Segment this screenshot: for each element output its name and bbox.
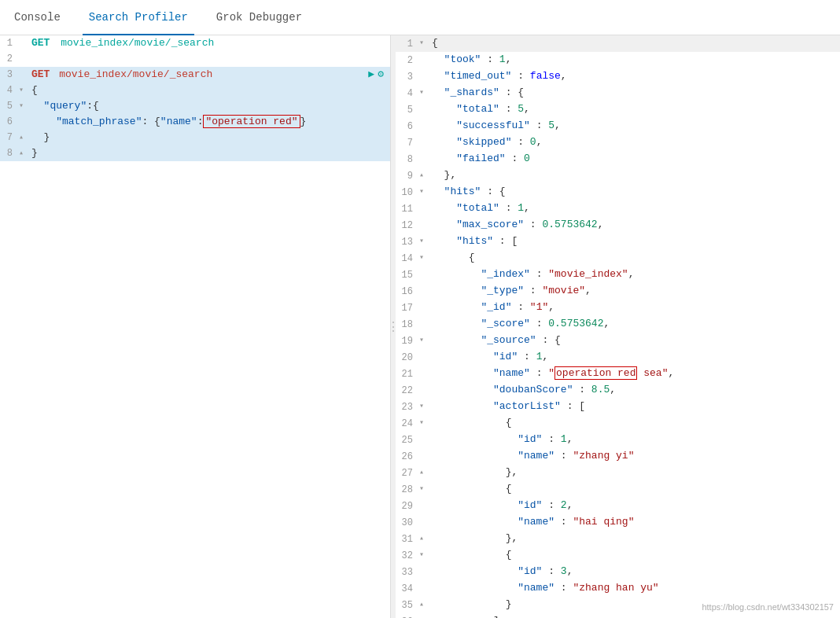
fold-5[interactable]: ▾ [19,98,30,114]
top-nav: Console Search Profiler Grok Debugger [0,0,840,35]
rline-num-24: 24 [396,415,419,432]
rfold-35[interactable]: ▴ [419,597,430,612]
line-content-6: "match_phrase": {"name":"operation red"} [30,114,390,130]
rline-content-9: }, [430,167,840,183]
rfold-27[interactable]: ▴ [419,465,430,480]
right-line-13: 13 ▾ "hits" : [ [396,234,840,250]
rline-num-35: 35 [396,597,419,613]
left-line-3: 3 GET movie_index/movie/_search ▶ ⚙ [0,67,390,83]
rline-num-12: 12 [396,217,419,234]
rfold-19[interactable]: ▾ [419,333,430,348]
rfold-33 [419,564,430,579]
rline-num-25: 25 [396,432,419,448]
right-line-6: 6 "successful" : 5, [396,118,840,134]
run-button[interactable]: ▶ [368,67,374,83]
rfold-1[interactable]: ▾ [419,35,430,51]
rline-num-9: 9 [396,167,419,184]
rline-content-21: "name" : "operation red sea", [430,366,840,381]
rfold-14[interactable]: ▾ [419,250,430,266]
rline-content-12: "max_score" : 0.5753642, [430,217,840,233]
right-code-area: 1 ▾ { 2 "took" : 1, 3 "timed_out" : fals… [396,35,840,618]
rfold-10[interactable]: ▾ [419,184,430,200]
line-num-8: 8 [0,145,19,161]
rfold-30 [419,514,430,530]
nav-search-profiler[interactable]: Search Profiler [83,0,194,35]
rline-num-19: 19 [396,333,419,349]
rline-content-30: "name" : "hai qing" [430,514,840,530]
right-line-10: 10 ▾ "hits" : { [396,184,840,200]
rline-num-33: 33 [396,564,419,580]
rfold-9[interactable]: ▴ [419,167,430,183]
rfold-21 [419,366,430,381]
rfold-24[interactable]: ▾ [419,415,430,431]
rline-num-22: 22 [396,382,419,399]
settings-icon[interactable]: ⚙ [378,67,384,83]
rfold-34 [419,580,430,596]
left-line-7: 7 ▴ } [0,130,390,145]
line-num-1: 1 [0,35,19,51]
rfold-5 [419,101,430,117]
right-line-20: 20 "id" : 1, [396,349,840,366]
right-line-16: 16 "_type" : "movie", [396,283,840,300]
rline-content-14: { [430,250,840,266]
rfold-4[interactable]: ▾ [419,85,430,101]
right-line-18: 18 "_score" : 0.5753642, [396,316,840,333]
rline-num-15: 15 [396,267,419,283]
rline-content-7: "skipped" : 0, [430,134,840,150]
rfold-31[interactable]: ▴ [419,531,430,546]
rline-num-36: 36 [396,613,419,618]
left-line-1: 1 GET movie_index/movie/_search [0,35,390,51]
rfold-15 [419,267,430,282]
right-line-26: 26 "name" : "zhang yi" [396,448,840,465]
rline-num-20: 20 [396,349,419,366]
rline-content-24: { [430,415,840,431]
fold-4[interactable]: ▾ [19,83,30,98]
right-line-8: 8 "failed" : 0 [396,151,840,167]
right-line-30: 30 "name" : "hai qing" [396,514,840,531]
rline-num-28: 28 [396,481,419,498]
rfold-12 [419,217,430,233]
rline-num-18: 18 [396,316,419,333]
rline-num-5: 5 [396,101,419,118]
right-line-25: 25 "id" : 1, [396,432,840,448]
rfold-36[interactable]: ▴ [419,613,430,618]
line-content-5: "query":{ [30,98,390,114]
rfold-8 [419,151,430,167]
fold-8[interactable]: ▴ [19,145,30,161]
right-line-33: 33 "id" : 3, [396,564,840,580]
left-panel: 1 GET movie_index/movie/_search 2 3 GET … [0,35,391,618]
rfold-32[interactable]: ▾ [419,547,430,563]
left-line-2: 2 [0,51,390,67]
rline-content-34: "name" : "zhang han yu" [430,580,840,596]
rfold-11 [419,200,430,216]
right-line-9: 9 ▴ }, [396,167,840,184]
rfold-17 [419,300,430,315]
right-line-31: 31 ▴ }, [396,531,840,547]
rline-content-31: }, [430,531,840,546]
rfold-13[interactable]: ▾ [419,234,430,249]
rline-num-4: 4 [396,85,419,101]
line-content-7: } [30,130,390,145]
rline-num-27: 27 [396,465,419,481]
rline-content-5: "total" : 5, [430,101,840,117]
rline-num-1: 1 [396,35,419,52]
rfold-28[interactable]: ▾ [419,481,430,497]
rfold-16 [419,283,430,299]
rfold-29 [419,498,430,513]
line-num-3: 3 [0,67,19,83]
rline-num-32: 32 [396,547,419,564]
rfold-23[interactable]: ▾ [419,399,430,414]
rline-num-26: 26 [396,448,419,465]
fold-1[interactable] [19,35,30,51]
fold-7[interactable]: ▴ [19,130,30,145]
nav-grok-debugger[interactable]: Grok Debugger [210,0,308,35]
rline-content-8: "failed" : 0 [430,151,840,167]
rline-content-11: "total" : 1, [430,200,840,216]
right-line-32: 32 ▾ { [396,547,840,564]
rline-content-16: "_type" : "movie", [430,283,840,299]
right-line-4: 4 ▾ "_shards" : { [396,85,840,101]
rline-content-32: { [430,547,840,563]
right-line-34: 34 "name" : "zhang han yu" [396,580,840,597]
nav-console[interactable]: Console [8,0,67,35]
rline-content-10: "hits" : { [430,184,840,200]
